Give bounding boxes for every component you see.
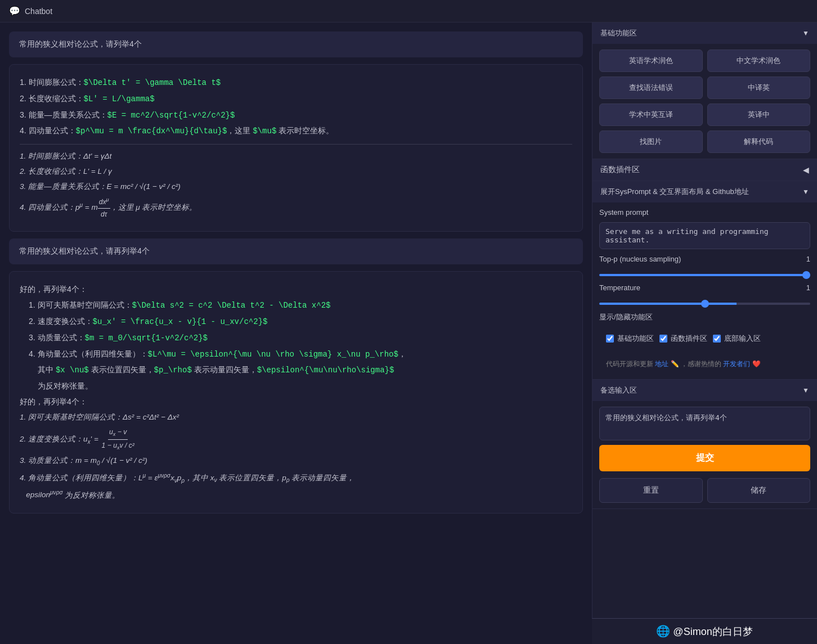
chat-icon: 💬 (9, 6, 20, 16)
btn-cn-academic[interactable]: 中文学术润色 (707, 49, 811, 72)
basic-functions-section: 基础功能区 ▼ 英语学术润色 中文学术润色 查找语法错误 中译英 学术中英互译 … (592, 22, 817, 159)
topp-slider[interactable] (599, 274, 810, 276)
sysprompt-section-label: 展开SysPrompt & 交互界面布局 & Github地址 (600, 187, 749, 197)
plugin-section: 函数插件区 ◀ (592, 159, 817, 181)
backup-input-label: 备选输入区 (600, 385, 637, 395)
backup-arrow: ▼ (802, 386, 809, 394)
checkbox-plugin-label: 函数插件区 (671, 334, 707, 344)
basic-functions-arrow: ▼ (802, 29, 809, 37)
divider-1 (20, 144, 572, 145)
watermark-bar: 🌐 @Simon的白日梦 (592, 618, 817, 644)
btn-find-image[interactable]: 找图片 (599, 130, 703, 153)
btn-grammar[interactable]: 查找语法错误 (599, 76, 703, 99)
topp-row: Top-p (nucleus sampling) 1 (599, 255, 810, 263)
temp-value: 1 (797, 283, 810, 292)
weibo-icon: 🌐 (656, 625, 670, 637)
latex2-4b3: $\epsilon^{\mu\nu\rho\sigma}$ (257, 366, 394, 375)
btn-cn-to-en[interactable]: 中译英 (707, 76, 811, 99)
latex2-4a: $L^\mu = \epsilon^{\mu \nu \rho \sigma} … (148, 350, 398, 359)
sysprompt-header[interactable]: 展开SysPrompt & 交互界面布局 & Github地址 ▼ (592, 181, 817, 202)
btn-explain-code[interactable]: 解释代码 (707, 130, 811, 153)
topp-value: 1 (797, 255, 810, 263)
formula-latex-4: 4. 四动量公式：$p^\mu = m \frac{dx^\mu}{d\tau}… (20, 124, 572, 138)
footer-links: 代码开源和更新 地址 ✏️ ，感谢热情的 开发者们 ❤️ (599, 355, 810, 373)
temp-slider[interactable] (599, 303, 810, 305)
rendered2-4b: epsilonμνρσ 为反对称张量。 (20, 488, 572, 502)
backup-input-section: 备选输入区 ▼ 常用的狭义相对论公式，请再列举4个 提交 重置 储存 (592, 380, 817, 509)
assistant-message-2: 好的，再列举4个： 1. 闵可夫斯基时空间隔公式：$\Delta s^2 = c… (9, 271, 583, 514)
plugin-label: 函数插件区 (600, 165, 640, 175)
system-prompt-input[interactable]: Serve me as a writing and programming as… (599, 222, 810, 249)
basic-functions-header[interactable]: 基础功能区 ▼ (592, 22, 817, 44)
checkbox-bottom[interactable]: 底部输入区 (713, 334, 761, 344)
topp-label: Top-p (nucleus sampling) (599, 255, 792, 263)
footer-pencil: ✏️ (671, 360, 679, 368)
latex2-2: $u_x' = \frac{u_x - v}{1 - u_xv/c^2}$ (93, 317, 268, 326)
assistant-message-1: 1. 时间膨胀公式：$\Delta t' = \gamma \Delta t$ … (9, 64, 583, 232)
btn-eng-academic[interactable]: 英语学术润色 (599, 49, 703, 72)
sysprompt-arrow: ▼ (802, 188, 809, 196)
checkbox-basic-input[interactable] (606, 335, 614, 343)
temp-slider-container (599, 298, 810, 307)
footer-text-before: 代码开源和更新 (606, 360, 653, 368)
formula2-latex-4c: 为反对称张量。 (38, 380, 572, 393)
rendered2-1: 1. 闵可夫斯基时空间隔公式：Δs² = c²Δt² − Δx² (20, 411, 572, 424)
copy-button[interactable]: 储存 (707, 478, 811, 503)
latex-2: $L' = L/\gamma$ (84, 94, 155, 103)
formula2-latex-2: 2. 速度变换公式：$u_x' = \frac{u_x - v}{1 - u_x… (29, 315, 572, 329)
header: 💬 Chatbot (0, 0, 817, 22)
plugin-header[interactable]: 函数插件区 ◀ (592, 159, 817, 181)
latex2-3: $m = m_0/\sqrt{1-v^2/c^2}$ (85, 334, 208, 343)
topp-slider-container (599, 269, 810, 278)
latex2-4b2: $p_\rho$ (154, 366, 192, 375)
checkbox-basic[interactable]: 基础功能区 (606, 334, 654, 344)
app-title: Chatbot (25, 7, 52, 16)
checkbox-plugin-input[interactable] (659, 335, 667, 343)
formula2-latex-1: 1. 闵可夫斯基时空间隔公式：$\Delta s^2 = c^2 \Delta … (29, 299, 572, 313)
footer-text-mid: ，感谢热情的 (681, 360, 721, 368)
temp-row: Temperature 1 (599, 283, 810, 292)
bottom-btns: 重置 储存 (599, 478, 810, 503)
system-prompt-label: System prompt (599, 208, 810, 217)
chat-area[interactable]: 常用的狭义相对论公式，请列举4个 1. 时间膨胀公式：$\Delta t' = … (0, 22, 592, 644)
rendered-4: 4. 四动量公式：pμ = mdxμdτ，这里 μ 表示时空坐标。 (20, 196, 572, 220)
rendered2-4: 4. 角动量公式（利用四维矢量）：Lμ = εμνρσxνpρ，其中 xν 表示… (20, 470, 572, 485)
checkbox-bottom-input[interactable] (713, 335, 721, 343)
rendered-3: 3. 能量—质量关系公式：E = mc² / √(1 − v² / c²) (20, 181, 572, 193)
temp-label: Temperature (599, 283, 792, 292)
good-msg2: 好的，再列举4个： (20, 395, 572, 409)
rendered2-2: 2. 速度变换公式：ux' = ux − v1 − uxv / c² (20, 426, 572, 453)
rendered-2: 2. 长度收缩公式：L' = L / γ (20, 165, 572, 178)
footer-link[interactable]: 地址 (655, 360, 668, 368)
reset-button[interactable]: 重置 (599, 478, 703, 503)
footer-devs-link[interactable]: 开发者们 (723, 360, 750, 368)
main-layout: 常用的狭义相对论公式，请列举4个 1. 时间膨胀公式：$\Delta t' = … (0, 22, 817, 644)
checkbox-plugin[interactable]: 函数插件区 (659, 334, 707, 344)
btn-academic-bilingual[interactable]: 学术中英互译 (599, 103, 703, 126)
backup-content: 常用的狭义相对论公式，请再列举4个 提交 重置 储存 (592, 401, 817, 508)
formula2-latex-4: 4. 角动量公式（利用四维矢量）：$L^\mu = \epsilon^{\mu … (29, 348, 572, 362)
checkbox-basic-label: 基础功能区 (617, 334, 654, 344)
backup-input-header[interactable]: 备选输入区 ▼ (592, 380, 817, 401)
latex2-1: $\Delta s^2 = c^2 \Delta t^2 - \Delta x^… (132, 301, 331, 310)
latex-3: $E = mc^2/\sqrt{1-v^2/c^2}$ (107, 111, 235, 120)
formula2-latex-4b: 其中 $x \nu$ 表示位置四矢量，$p_\rho$ 表示动量四矢量，$\ep… (38, 363, 572, 377)
right-panel: 基础功能区 ▼ 英语学术润色 中文学术润色 查找语法错误 中译英 学术中英互译 … (592, 22, 817, 644)
latex2-4b1: $x \nu$ (56, 366, 89, 375)
sysprompt-content: System prompt Serve me as a writing and … (592, 202, 817, 379)
latex-1: $\Delta t' = \gamma \Delta t$ (84, 78, 221, 87)
rendered-1: 1. 时间膨胀公式：Δt' = γΔt (20, 150, 572, 163)
backup-textarea[interactable]: 常用的狭义相对论公式，请再列举4个 (599, 407, 810, 440)
btn-en-to-cn[interactable]: 英译中 (707, 103, 811, 126)
plugin-arrow: ◀ (803, 165, 809, 174)
user-message-1: 常用的狭义相对论公式，请列举4个 (9, 31, 583, 57)
watermark-text: @Simon的白日梦 (673, 626, 752, 637)
formula2-latex-3: 3. 动质量公式：$m = m_0/\sqrt{1-v^2/c^2}$ (29, 331, 572, 345)
basic-functions-label: 基础功能区 (600, 28, 637, 38)
good-msg: 好的，再列举4个： (20, 283, 572, 296)
formula-latex-3: 3. 能量—质量关系公式：$E = mc^2/\sqrt{1-v^2/c^2}$ (20, 109, 572, 123)
basic-functions-content: 英语学术润色 中文学术润色 查找语法错误 中译英 学术中英互译 英译中 找图片 … (592, 44, 817, 159)
visibility-label: 显示/隐藏功能区 (599, 312, 810, 322)
user-message-2-text: 常用的狭义相对论公式，请再列举4个 (19, 246, 150, 255)
submit-button[interactable]: 提交 (599, 445, 810, 471)
